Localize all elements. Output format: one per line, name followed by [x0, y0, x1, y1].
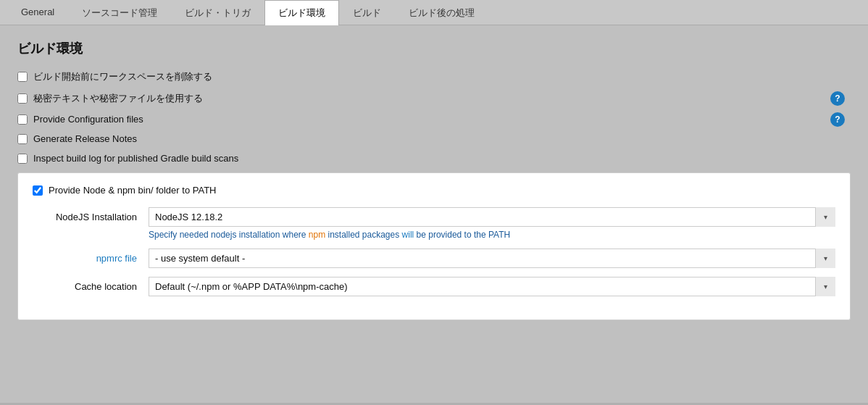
hint-npm: npm [309, 230, 325, 240]
option-row-secret-files: 秘密テキストや秘密ファイルを使用する? [17, 92, 851, 105]
cache-location-row: Cache location Default (~/.npm or %APP D… [33, 277, 835, 296]
nodejs-path-checkbox[interactable] [33, 185, 43, 196]
hint-suffix: be provided to the PATH [414, 230, 510, 240]
main-content: ビルド環境 ビルド開始前にワークスペースを削除する秘密テキストや秘密ファイルを使… [0, 25, 868, 403]
option-row-config-files: Provide Configuration files? [17, 114, 851, 125]
gradle-scans-label: Inspect build log for published Gradle b… [33, 153, 238, 164]
cache-location-select-wrapper: Default (~/.npm or %APP DATA%\npm-cache)… [149, 277, 835, 296]
cache-location-select[interactable]: Default (~/.npm or %APP DATA%\npm-cache) [149, 277, 835, 296]
config-files-checkbox[interactable] [17, 114, 28, 125]
panel-header: Provide Node & npm bin/ folder to PATH [33, 185, 835, 196]
page-title: ビルド環境 [17, 40, 851, 57]
npmrc-wrapper: - use system default - ▾ [149, 249, 835, 268]
hint-middle: installed packages [325, 230, 401, 240]
hint-prefix: Specify needed nodejs installation where [149, 230, 309, 240]
config-files-label: Provide Configuration files [33, 114, 143, 125]
option-row-release-notes: Generate Release Notes [17, 133, 851, 144]
option-row-gradle-scans: Inspect build log for published Gradle b… [17, 153, 851, 164]
npmrc-select[interactable]: - use system default - [149, 249, 835, 268]
npmrc-label: npmrc file [33, 249, 149, 264]
delete-workspace-label: ビルド開始前にワークスペースを削除する [33, 70, 212, 83]
secret-files-help-icon[interactable]: ? [830, 91, 845, 106]
npmrc-row: npmrc file - use system default - ▾ [33, 249, 835, 268]
nodejs-installation-label: NodeJS Installation [33, 207, 149, 222]
config-files-help-icon[interactable]: ? [830, 112, 845, 127]
option-row-delete-workspace: ビルド開始前にワークスペースを削除する [17, 70, 851, 83]
secret-files-checkbox[interactable] [17, 93, 28, 104]
nodejs-installation-select[interactable]: NodeJS 12.18.2 [149, 207, 835, 227]
nodejs-installation-wrapper: NodeJS 12.18.2 ▾ Specify needed nodejs i… [149, 207, 835, 240]
tab-build-env[interactable]: ビルド環境 [264, 0, 339, 25]
tab-general[interactable]: General [7, 0, 68, 25]
gradle-scans-checkbox[interactable] [17, 154, 28, 164]
expanded-panel: Provide Node & npm bin/ folder to PATH N… [17, 172, 851, 320]
tab-bar: Generalソースコード管理ビルド・トリガビルド環境ビルドビルド後の処理 [0, 0, 868, 25]
hint-will: will [402, 230, 414, 240]
nodejs-installation-row: NodeJS Installation NodeJS 12.18.2 ▾ Spe… [33, 207, 835, 240]
delete-workspace-checkbox[interactable] [17, 72, 28, 82]
nodejs-installation-select-wrapper: NodeJS 12.18.2 ▾ [149, 207, 835, 227]
cache-location-label: Cache location [33, 277, 149, 292]
secret-files-label: 秘密テキストや秘密ファイルを使用する [33, 92, 203, 105]
nodejs-hint-text: Specify needed nodejs installation where… [149, 230, 835, 240]
release-notes-checkbox[interactable] [17, 134, 28, 144]
tab-post-build[interactable]: ビルド後の処理 [395, 0, 488, 25]
tab-source[interactable]: ソースコード管理 [68, 0, 171, 25]
cache-location-wrapper: Default (~/.npm or %APP DATA%\npm-cache)… [149, 277, 835, 296]
tab-triggers[interactable]: ビルド・トリガ [171, 0, 264, 25]
npmrc-select-wrapper: - use system default - ▾ [149, 249, 835, 268]
nodejs-path-label: Provide Node & npm bin/ folder to PATH [49, 185, 216, 196]
tab-build[interactable]: ビルド [339, 0, 395, 25]
release-notes-label: Generate Release Notes [33, 133, 137, 144]
